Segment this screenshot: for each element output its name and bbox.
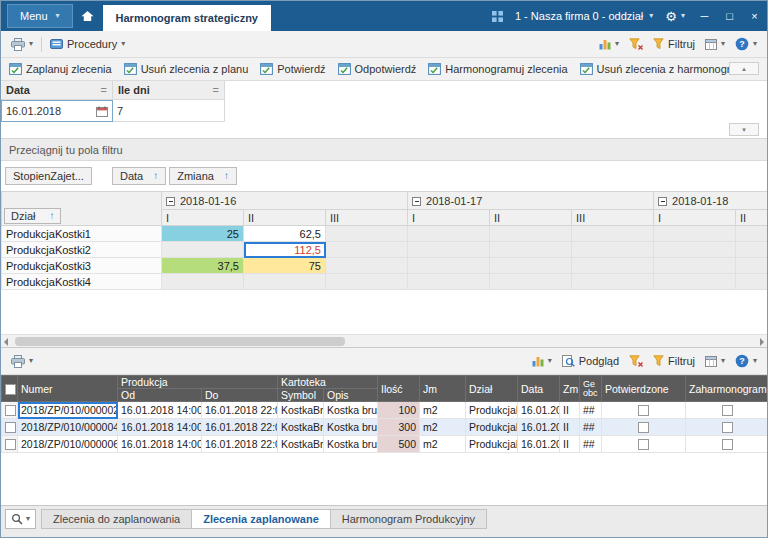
pivot-cell[interactable]: [326, 242, 408, 258]
search-button[interactable]: ▾: [5, 509, 36, 529]
clear-filter-button[interactable]: [624, 36, 648, 52]
collapse-filter-button[interactable]: ▾: [729, 123, 759, 136]
column-header-dzial[interactable]: Dział: [466, 376, 518, 402]
pivot-cell[interactable]: [408, 258, 490, 274]
collapse-toolbar-button[interactable]: ▴: [729, 62, 759, 75]
column-field-zmiana[interactable]: Zmiana ↑: [169, 167, 237, 185]
pivot-cell[interactable]: [654, 226, 736, 242]
scroll-left-arrow[interactable]: [4, 338, 8, 346]
chart-options-button[interactable]: ▾: [527, 353, 557, 369]
pivot-shift-header[interactable]: III: [572, 210, 654, 226]
pivot-shift-header[interactable]: II: [490, 210, 572, 226]
pivot-cell[interactable]: [572, 226, 654, 242]
pivot-cell[interactable]: [490, 242, 572, 258]
tab-harmonogram-strategiczny[interactable]: Harmonogram strategiczny: [103, 5, 271, 31]
action-button-4[interactable]: Odpotwierdź: [332, 61, 423, 77]
pivot-date-header[interactable]: 2018-01-18: [654, 192, 767, 210]
scrollbar-thumb[interactable]: [15, 337, 345, 346]
collapse-group-icon[interactable]: [658, 197, 667, 206]
apps-grid-button[interactable]: [485, 1, 510, 31]
column-header-numer[interactable]: Numer: [18, 376, 118, 402]
column-header-data[interactable]: Data: [518, 376, 560, 402]
minimize-button[interactable]: ─: [692, 1, 717, 31]
clear-filter-button[interactable]: [624, 353, 648, 369]
zaharmonogramowane-checkbox[interactable]: [722, 439, 733, 450]
ile-dni-filter-input[interactable]: 7: [113, 100, 225, 122]
pivot-cell[interactable]: 62,5: [244, 226, 326, 242]
home-button[interactable]: [73, 1, 103, 31]
filter-drop-zone[interactable]: Przeciągnij tu pola filtru: [1, 139, 767, 161]
help-button[interactable]: ? ▾: [730, 35, 762, 53]
table-row[interactable]: 2018/ZP/010/00000416.01.2018 14:0016.01.…: [2, 419, 768, 436]
pivot-cell[interactable]: [736, 242, 767, 258]
print-button[interactable]: ▾: [6, 36, 38, 53]
pivot-cell[interactable]: [736, 226, 767, 242]
procedury-button[interactable]: Procedury ▾: [45, 36, 130, 52]
pivot-row-label[interactable]: ProdukcjaKostki4: [2, 274, 162, 290]
filter-header-ile-dni[interactable]: Ile dni =: [113, 81, 225, 100]
pivot-shift-header[interactable]: I: [162, 210, 244, 226]
pivot-cell[interactable]: [326, 258, 408, 274]
layout-button[interactable]: ▾: [700, 37, 730, 52]
pivot-row-label[interactable]: ProdukcjaKostki3: [2, 258, 162, 274]
pivot-shift-header[interactable]: III: [326, 210, 408, 226]
row-select-checkbox[interactable]: [5, 405, 16, 416]
column-field-data[interactable]: Data ↑: [112, 167, 166, 185]
column-header-potwierdzone[interactable]: Potwierdzone: [602, 376, 686, 402]
action-button-3[interactable]: Potwierdź: [254, 61, 331, 77]
pivot-cell[interactable]: [490, 258, 572, 274]
row-field-dzial[interactable]: Dział↑: [4, 208, 61, 224]
help-button[interactable]: ? ▾: [730, 352, 762, 370]
action-button-2[interactable]: Usuń zlecenia z planu: [118, 61, 255, 77]
pivot-row-label[interactable]: ProdukcjaKostki1: [2, 226, 162, 242]
pivot-row-label[interactable]: ProdukcjaKostki2: [2, 242, 162, 258]
preview-button[interactable]: Podgląd: [557, 353, 624, 369]
pivot-cell[interactable]: [490, 274, 572, 290]
column-header-opis[interactable]: Opis: [324, 389, 378, 402]
maximize-button[interactable]: □: [717, 1, 742, 31]
pivot-cell[interactable]: [572, 242, 654, 258]
pivot-cell[interactable]: [654, 258, 736, 274]
pivot-date-header[interactable]: 2018-01-16: [162, 192, 408, 210]
zaharmonogramowane-checkbox[interactable]: [722, 405, 733, 416]
row-select-checkbox[interactable]: [5, 422, 16, 433]
potwierdzone-checkbox[interactable]: [638, 439, 649, 450]
column-group-kartoteka[interactable]: Kartoteka: [278, 376, 378, 389]
chart-options-button[interactable]: ▾: [594, 36, 624, 52]
potwierdzone-checkbox[interactable]: [638, 422, 649, 433]
filter-button[interactable]: Filtruj: [648, 36, 700, 52]
pivot-cell[interactable]: [408, 242, 490, 258]
potwierdzone-checkbox[interactable]: [638, 405, 649, 416]
table-row[interactable]: 2018/ZP/010/00000216.01.2018 14:0016.01.…: [2, 402, 768, 419]
pivot-cell[interactable]: [326, 274, 408, 290]
column-header-ge-obc[interactable]: Ge obc: [580, 376, 602, 402]
filter-header-data[interactable]: Data =: [1, 81, 113, 100]
action-button-1[interactable]: Zaplanuj zlecenia: [3, 61, 118, 77]
pivot-shift-header[interactable]: II: [736, 210, 767, 226]
bottom-tab-1[interactable]: Zlecenia do zaplanowania: [41, 509, 192, 529]
pivot-cell[interactable]: [736, 274, 767, 290]
action-button-5[interactable]: Harmonogramuj zlecenia: [422, 61, 573, 77]
row-select-checkbox[interactable]: [5, 439, 16, 450]
company-selector[interactable]: 1 - Nasza firma 0 - oddział ▾: [510, 1, 658, 31]
pivot-shift-header[interactable]: I: [654, 210, 736, 226]
scroll-right-arrow[interactable]: [760, 338, 764, 346]
column-header-zm[interactable]: Zm: [560, 376, 580, 402]
calendar-icon[interactable]: [96, 106, 108, 117]
pivot-cell[interactable]: [654, 274, 736, 290]
pivot-shift-header[interactable]: II: [244, 210, 326, 226]
settings-button[interactable]: ⚙ ▾: [658, 1, 692, 31]
column-header-od[interactable]: Od: [118, 389, 202, 402]
pivot-shift-header[interactable]: I: [408, 210, 490, 226]
column-header-do[interactable]: Do: [202, 389, 278, 402]
pivot-cell[interactable]: 112,5: [244, 242, 326, 258]
pivot-cell[interactable]: [654, 242, 736, 258]
filter-button[interactable]: Filtruj: [648, 353, 700, 369]
pivot-cell[interactable]: [408, 226, 490, 242]
column-header-symbol[interactable]: Symbol: [278, 389, 324, 402]
column-header-jm[interactable]: Jm: [420, 376, 466, 402]
collapse-group-icon[interactable]: [412, 197, 421, 206]
pivot-cell[interactable]: 75: [244, 258, 326, 274]
menu-button[interactable]: Menu ▾: [7, 4, 73, 28]
select-all-checkbox[interactable]: [5, 384, 16, 395]
